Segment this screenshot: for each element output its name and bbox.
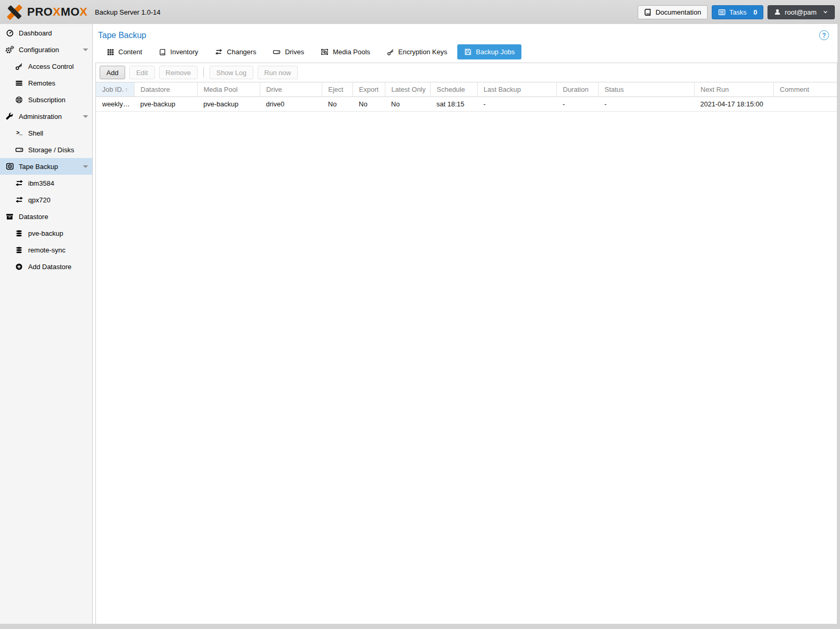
column-header-duration[interactable]: Duration	[556, 82, 598, 97]
hdd-icon	[273, 48, 281, 56]
user-icon	[774, 8, 781, 16]
column-header-drive[interactable]: Drive	[260, 82, 322, 97]
content-area: Tape Backup ? Content	[93, 24, 837, 624]
content-header: Tape Backup ?	[93, 24, 837, 43]
cell-latest-only[interactable]: No	[385, 97, 430, 112]
tab-inventory[interactable]: Inventory	[152, 44, 205, 59]
column-header-media-pool[interactable]: Media Pool	[197, 82, 260, 97]
database-icon	[15, 246, 23, 255]
edit-button[interactable]: Edit	[129, 66, 154, 79]
run-now-button[interactable]: Run now	[258, 66, 298, 79]
cell-eject[interactable]: No	[322, 97, 352, 112]
caret-down-icon[interactable]	[83, 49, 88, 51]
cell-media-pool[interactable]: pve-backup	[197, 97, 260, 112]
book-icon	[644, 8, 652, 16]
cell-datastore[interactable]: pve-backup	[134, 97, 197, 112]
plus-circle-icon	[15, 262, 23, 271]
cell-drive[interactable]: drive0	[260, 97, 322, 112]
column-header-job-id[interactable]: Job ID.↑	[96, 82, 134, 97]
column-header-status[interactable]: Status	[598, 82, 694, 97]
sidebar-item-subscription[interactable]: Subscription	[0, 91, 92, 108]
column-header-latest-only[interactable]: Latest Only	[385, 82, 430, 97]
tape-icon	[5, 162, 14, 171]
app-title: Backup Server 1.0-14	[95, 8, 161, 16]
exchange-icon	[15, 179, 23, 188]
task-list-icon	[718, 8, 726, 16]
tab-encryption-keys[interactable]: Encryption Keys	[380, 44, 454, 59]
tab-content[interactable]: Content	[100, 44, 149, 59]
key-icon	[15, 62, 23, 71]
main-row: Dashboard Configuration	[0, 24, 840, 624]
sidebar-item-administration[interactable]: Administration	[0, 108, 92, 125]
cell-next-run[interactable]: 2021-04-17 18:15:00	[694, 97, 773, 112]
sidebar-item-datastore[interactable]: Datastore	[0, 208, 92, 225]
top-bar-actions: Documentation Tasks 0 root@pam	[638, 5, 835, 19]
bottom-strip	[0, 624, 840, 629]
sidebar-item-access-control[interactable]: Access Control	[0, 58, 92, 75]
cell-schedule[interactable]: sat 18:15	[430, 97, 477, 112]
toolbar-separator	[203, 67, 204, 78]
save-icon	[464, 48, 472, 56]
column-header-last-backup[interactable]: Last Backup	[477, 82, 556, 97]
cell-last-backup[interactable]: -	[477, 97, 556, 112]
key-icon	[387, 49, 394, 56]
toolbar: Add Edit Remove Show Log Run now	[96, 63, 837, 82]
show-log-button[interactable]: Show Log	[210, 66, 253, 79]
table-row[interactable]: weekly… pve-backup pve-backup drive0 No …	[96, 97, 837, 112]
column-header-next-run[interactable]: Next Run	[694, 82, 773, 97]
logo-text: PROXMOX	[27, 5, 88, 19]
column-header-comment[interactable]: Comment	[773, 82, 837, 97]
sidebar-item-dashboard[interactable]: Dashboard	[0, 25, 92, 41]
column-header-eject[interactable]: Eject	[322, 82, 352, 97]
grid-icon	[107, 49, 114, 56]
tab-drives[interactable]: Drives	[266, 44, 311, 59]
column-header-schedule[interactable]: Schedule	[430, 82, 477, 97]
tasks-count-badge: 0	[753, 8, 757, 16]
terminal-icon: >_	[15, 129, 23, 138]
grid-empty-space	[96, 112, 837, 624]
dashboard-icon	[5, 29, 14, 38]
proxmox-x-icon	[6, 4, 23, 20]
remove-button[interactable]: Remove	[159, 66, 198, 79]
add-button[interactable]: Add	[100, 66, 125, 79]
sidebar-item-remote-sync[interactable]: remote-sync	[0, 241, 92, 258]
database-icon	[15, 229, 23, 238]
tasks-button[interactable]: Tasks 0	[712, 5, 763, 19]
backup-jobs-panel: Add Edit Remove Show Log Run now	[95, 63, 837, 624]
wrench-icon	[5, 112, 14, 121]
tab-backup-jobs[interactable]: Backup Jobs	[457, 44, 521, 59]
cell-export[interactable]: No	[352, 97, 385, 112]
list-icon	[15, 79, 23, 88]
cell-comment[interactable]	[773, 97, 837, 112]
tab-changers[interactable]: Changers	[208, 44, 263, 59]
table-header-row: Job ID.↑ Datastore Media Pool Drive Ejec…	[96, 82, 837, 97]
archive-icon	[5, 212, 14, 221]
cell-duration[interactable]: -	[556, 97, 598, 112]
caret-down-icon[interactable]	[83, 115, 88, 118]
cell-job-id[interactable]: weekly…	[96, 97, 134, 112]
support-icon	[15, 95, 23, 104]
sidebar-item-configuration[interactable]: Configuration	[0, 41, 92, 58]
sidebar-item-ibm3584[interactable]: ibm3584	[0, 175, 92, 191]
sidebar-item-storage-disks[interactable]: Storage / Disks	[0, 141, 92, 158]
app-window: PROXMOX Backup Server 1.0-14 Documentati…	[0, 0, 840, 629]
sidebar-item-tape-backup[interactable]: Tape Backup	[0, 158, 92, 175]
exchange-icon	[215, 48, 223, 56]
sidebar-item-remotes[interactable]: Remotes	[0, 75, 92, 91]
documentation-button[interactable]: Documentation	[638, 5, 707, 19]
sidebar: Dashboard Configuration	[0, 24, 93, 624]
tab-media-pools[interactable]: Media Pools	[314, 44, 377, 59]
proxmox-logo: PROXMOX	[6, 4, 88, 20]
column-header-export[interactable]: Export	[352, 82, 385, 97]
sidebar-item-qpx720[interactable]: qpx720	[0, 191, 92, 208]
sidebar-item-shell[interactable]: >_ Shell	[0, 125, 92, 141]
help-icon[interactable]: ?	[819, 30, 829, 40]
user-menu-button[interactable]: root@pam	[768, 5, 835, 19]
tab-bar: Content Inventory Changers	[93, 43, 837, 63]
caret-down-icon[interactable]	[83, 165, 88, 168]
sidebar-item-pve-backup[interactable]: pve-backup	[0, 225, 92, 241]
book-icon	[159, 49, 166, 56]
cell-status[interactable]: -	[598, 97, 694, 112]
sidebar-item-add-datastore[interactable]: Add Datastore	[0, 258, 92, 275]
column-header-datastore[interactable]: Datastore	[134, 82, 197, 97]
